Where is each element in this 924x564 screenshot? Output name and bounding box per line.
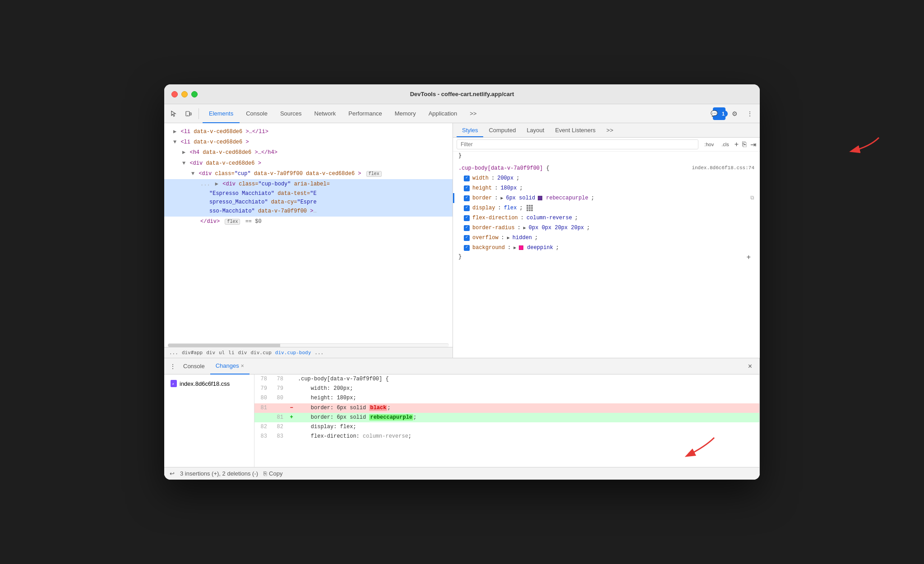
maximize-button[interactable] [191, 91, 198, 97]
diff-bottom-bar: ↩ 3 insertions (+), 2 deletions (-) ⎘ Co… [164, 467, 759, 480]
chat-icon[interactable]: 💬 1 [713, 107, 725, 120]
file-list: # index.8d6c6f18.css [164, 374, 254, 467]
close-panel-button[interactable]: × [744, 362, 756, 370]
collapse-icon-6: ▶ [215, 181, 218, 187]
tree-node-7[interactable]: </div> flex == $0 [164, 217, 453, 227]
style-tab-event-listeners[interactable]: Event Listeners [550, 123, 601, 137]
add-style-icon[interactable]: + [735, 140, 739, 148]
minimize-button[interactable] [181, 91, 188, 97]
breadcrumb-div[interactable]: div [205, 349, 217, 356]
style-tab-layout[interactable]: Layout [521, 123, 550, 137]
tab-elements[interactable]: Elements [203, 104, 240, 123]
toolbar-right: 💬 1 ⚙ ⋮ [713, 107, 756, 120]
breadcrumb-div2[interactable]: div [237, 349, 249, 356]
tab-console[interactable]: Console [240, 104, 274, 123]
console-tab-changes[interactable]: Changes × [210, 358, 249, 374]
triangle-border-icon: ▶ [500, 195, 503, 202]
css-file-ref[interactable]: index.8d6c6f18.css:74 [692, 165, 754, 171]
tree-node-6c[interactable]: spresso_Macchiato" data-cy="Espre [164, 198, 453, 207]
close-changes-tab[interactable]: × [241, 363, 244, 369]
breadcrumb-divapp[interactable]: div#app [180, 349, 204, 356]
filter-input[interactable] [457, 139, 698, 149]
bottom-content: # index.8d6c6f18.css 78 78 .cup-body[dat… [164, 374, 759, 467]
hov-button[interactable]: :hov [702, 140, 716, 148]
color-swatch-rebeccapurple[interactable] [538, 196, 542, 200]
devtools-window: DevTools - coffee-cart.netlify.app/cart … [164, 84, 760, 480]
console-menu-icon[interactable]: ⋮ [168, 361, 178, 372]
console-tab-console[interactable]: Console [178, 358, 210, 374]
diff-line-83: 83 83 flex-direction: column-reverse; [254, 432, 759, 441]
flex-badge-2: flex [225, 219, 240, 225]
styles-content: index.8d6c6f18.css:74 .cup-body[data-v-7… [453, 160, 760, 358]
checkbox-background[interactable] [464, 245, 470, 251]
devtools-toolbar: Elements Console Sources Network Perform… [164, 104, 760, 123]
settings-icon[interactable]: ⚙ [728, 107, 741, 120]
css-prop-width: width : 200px ; [453, 173, 760, 183]
window-title: DevTools - coffee-cart.netlify.app/cart [410, 91, 514, 97]
breadcrumb-li[interactable]: li [227, 349, 236, 356]
more-options-icon[interactable]: ⋮ [744, 107, 756, 120]
horizontal-scrollbar[interactable] [168, 343, 449, 347]
tree-node-5[interactable]: ▼ <div class="cup" data-v-7a0f9f00 data-… [164, 169, 453, 179]
css-prev-close: } [453, 152, 760, 160]
element-picker-icon[interactable] [168, 107, 180, 120]
main-content: ▶ <li data-v-ced68de6 >…</li> ▼ <li data… [164, 123, 760, 358]
copy-style-icon[interactable]: ⎘ [742, 140, 747, 148]
collapse-icon-3: ▶ [182, 149, 185, 156]
tree-node-2[interactable]: ▼ <li data-v-ced68de6 > [164, 137, 453, 148]
cls-button[interactable]: .cls [720, 141, 731, 148]
breadcrumb-ul[interactable]: ul [217, 349, 226, 356]
expand-style-icon[interactable]: ⇥ [750, 140, 756, 149]
copy-property-icon[interactable]: ⧉ [750, 194, 754, 202]
breadcrumb-divcup[interactable]: div.cup [249, 349, 273, 356]
checkbox-border[interactable] [464, 195, 470, 201]
css-file-icon: # [171, 380, 177, 387]
add-rule-icon[interactable]: + [746, 254, 751, 262]
tree-node-6[interactable]: ... ▶ <div class="cup-body" aria-label= [164, 179, 453, 190]
undo-button[interactable]: ↩ [170, 470, 175, 477]
tab-memory[interactable]: Memory [388, 104, 422, 123]
tab-application[interactable]: Application [422, 104, 464, 123]
tree-node-3[interactable]: ▶ <h4 data-v-ced68de6 >…</h4> [164, 148, 453, 158]
copy-button[interactable]: ⎘ Copy [263, 470, 282, 477]
breadcrumb-more[interactable]: ... [313, 349, 325, 356]
checkbox-height[interactable] [464, 185, 470, 191]
tab-network[interactable]: Network [308, 104, 342, 123]
flex-grid-icon[interactable] [527, 205, 533, 211]
checkbox-display[interactable] [464, 205, 470, 211]
diff-summary: 3 insertions (+), 2 deletions (-) [180, 470, 258, 477]
breadcrumb-divcupbody[interactable]: div.cup-body [274, 349, 312, 356]
checkbox-width[interactable] [464, 176, 470, 181]
style-tab-styles[interactable]: Styles [457, 123, 483, 137]
toolbar-divider [199, 108, 199, 119]
checkbox-flexdir[interactable] [464, 215, 470, 221]
checkbox-borderradius[interactable] [464, 225, 470, 231]
tree-node-1[interactable]: ▶ <li data-v-ced68de6 >…</li> [164, 127, 453, 137]
diff-line-80: 80 80 height: 180px; [254, 393, 759, 403]
diff-line-82: 82 82 display: flex; [254, 422, 759, 432]
file-item-css[interactable]: # index.8d6c6f18.css [168, 378, 250, 389]
tab-sources[interactable]: Sources [274, 104, 308, 123]
style-tab-computed[interactable]: Computed [483, 123, 521, 137]
css-close-brace: + } [453, 253, 760, 261]
css-prop-display: display : flex ; [453, 203, 760, 213]
tree-node-4[interactable]: ▼ <div data-v-ced68de6 > [164, 158, 453, 169]
tree-node-6b[interactable]: "Espresso Macchiato" data-test="E [164, 190, 453, 198]
traffic-lights [171, 91, 198, 97]
device-emulation-icon[interactable] [182, 107, 195, 120]
style-tab-more[interactable]: >> [601, 123, 619, 137]
main-tabs: Elements Console Sources Network Perform… [203, 104, 483, 123]
file-name: index.8d6c6f18.css [180, 380, 230, 387]
color-swatch-deeppink[interactable] [519, 245, 523, 250]
tab-more[interactable]: >> [463, 104, 483, 123]
tab-performance[interactable]: Performance [342, 104, 388, 123]
collapse-icon: ▶ [173, 129, 176, 135]
close-button[interactable] [171, 91, 178, 97]
diff-line-81-added: 81 + border: 6px solid rebeccapurple; [254, 413, 759, 422]
checkbox-overflow[interactable] [464, 235, 470, 241]
breadcrumb-ellipsis[interactable]: ... [168, 349, 180, 356]
copy-icon: ⎘ [263, 470, 267, 477]
tree-node-6d[interactable]: sso-Macchiato" data-v-7a0f9f00 >… [164, 207, 453, 217]
triangle-bg-icon: ▶ [513, 245, 516, 251]
css-prop-background: background : ▶ deeppink ; [453, 243, 760, 253]
